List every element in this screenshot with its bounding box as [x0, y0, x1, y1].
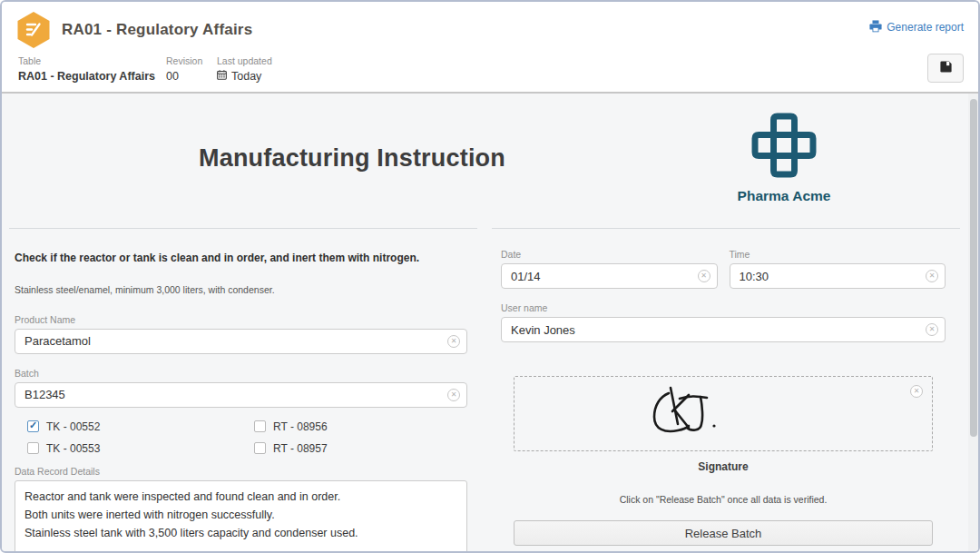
product-name-clear-icon[interactable]	[447, 335, 460, 348]
generate-report-label: Generate report	[887, 21, 964, 34]
time-label: Time	[730, 249, 946, 260]
time-clear-icon[interactable]	[926, 270, 938, 282]
app-hexagon-icon	[16, 12, 51, 48]
date-label: Date	[501, 249, 718, 260]
date-clear-icon[interactable]	[698, 270, 710, 282]
signature-box[interactable]	[514, 376, 933, 451]
signature-clear-icon[interactable]	[910, 385, 923, 398]
meta-table-label: Table	[18, 55, 166, 66]
equipment-checkbox-item[interactable]: TK - 00552	[27, 420, 254, 433]
time-input[interactable]	[730, 263, 946, 289]
calendar-icon	[217, 70, 227, 83]
floppy-disk-icon	[939, 60, 953, 76]
equipment-checkbox-label: RT - 08956	[273, 420, 328, 433]
right-divider	[492, 228, 960, 229]
content-scrollbar[interactable]	[968, 94, 978, 551]
scrollbar-thumb[interactable]	[970, 99, 977, 437]
equipment-checkbox[interactable]	[27, 420, 39, 432]
brand-logo: Pharma Acme	[702, 94, 866, 204]
equipment-checkbox[interactable]	[254, 420, 266, 432]
meta-revision-value: 00	[166, 70, 217, 83]
signature-caption: Click on "Release Batch" once all data i…	[514, 494, 933, 505]
right-column: Date Time User name	[492, 228, 960, 551]
date-input[interactable]	[501, 263, 718, 289]
instruction-primary: Check if the reactor or tank is clean an…	[15, 252, 467, 266]
form-content: Manufacturing Instruction Pharma Acme	[2, 94, 978, 551]
meta-last-updated-label: Last updated	[217, 55, 272, 66]
equipment-checkbox-label: TK - 00552	[46, 420, 100, 433]
form-title: Manufacturing Instruction	[199, 144, 505, 172]
batch-input[interactable]	[15, 382, 467, 408]
meta-revision-label: Revision	[166, 55, 217, 66]
save-button[interactable]	[927, 54, 964, 83]
equipment-checkbox-item[interactable]: RT - 08957	[254, 442, 467, 455]
release-batch-button[interactable]: Release Batch	[514, 520, 933, 546]
equipment-checkbox-item[interactable]: RT - 08956	[254, 420, 467, 433]
header: RA01 - Regulatory Affairs Generate repor…	[2, 2, 978, 94]
user-name-input[interactable]	[501, 317, 946, 342]
equipment-checkbox[interactable]	[254, 442, 266, 454]
equipment-checkbox-label: TK - 00553	[46, 442, 100, 455]
meta-table-value: RA01 - Regulatory Affairs	[18, 70, 166, 83]
signature-drawing	[642, 384, 723, 444]
pharma-cross-icon	[747, 170, 821, 185]
batch-clear-icon[interactable]	[447, 389, 460, 401]
equipment-checkbox-item[interactable]: TK - 00553	[27, 442, 254, 455]
product-name-label: Product Name	[15, 314, 467, 325]
data-record-label: Data Record Details	[15, 466, 467, 477]
data-record-textarea[interactable]: Reactor and tank were inspected and foun…	[15, 480, 467, 551]
user-name-clear-icon[interactable]	[926, 323, 938, 336]
generate-report-link[interactable]: Generate report	[869, 20, 964, 35]
left-column: Check if the reactor or tank is clean an…	[9, 228, 477, 551]
instruction-secondary: Stainless steel/enamel, minimum 3,000 li…	[15, 284, 467, 295]
brand-name: Pharma Acme	[702, 188, 866, 204]
batch-label: Batch	[15, 368, 467, 379]
app-window: RA01 - Regulatory Affairs Generate repor…	[0, 0, 980, 553]
equipment-checkbox[interactable]	[27, 442, 39, 454]
printer-icon	[869, 20, 882, 35]
page-title: RA01 - Regulatory Affairs	[62, 21, 252, 39]
product-name-input[interactable]	[15, 329, 467, 354]
left-divider	[9, 228, 477, 229]
equipment-checkbox-label: RT - 08957	[273, 442, 328, 455]
meta-last-updated-value: Today	[231, 70, 261, 83]
signature-label: Signature	[514, 460, 933, 473]
equipment-checkbox-grid: TK - 00552 RT - 08956 TK - 00553 RT	[27, 420, 467, 455]
user-name-label: User name	[501, 302, 946, 313]
